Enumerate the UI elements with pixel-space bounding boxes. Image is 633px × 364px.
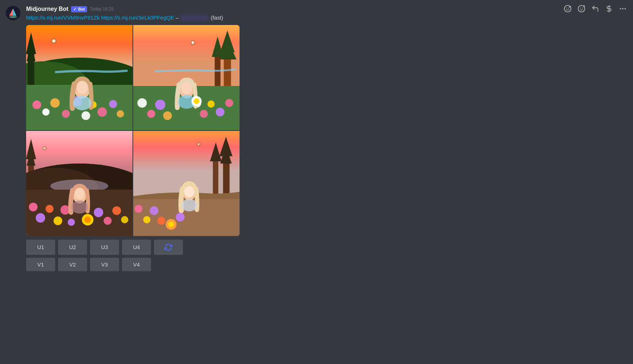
more-options-icon[interactable] xyxy=(618,4,627,13)
svg-point-57 xyxy=(225,99,233,107)
svg-point-7 xyxy=(582,8,583,8)
buttons-row-1: U1 U2 U3 U4 xyxy=(26,240,627,255)
svg-line-9 xyxy=(584,6,584,7)
svg-point-78 xyxy=(68,219,75,226)
svg-point-81 xyxy=(94,208,103,217)
svg-point-55 xyxy=(208,100,215,108)
svg-point-99 xyxy=(150,206,159,215)
v4-button[interactable]: V4 xyxy=(122,258,151,271)
svg-point-84 xyxy=(121,216,128,223)
mention-blurred xyxy=(180,15,209,21)
u4-button[interactable]: U4 xyxy=(122,240,151,255)
svg-point-20 xyxy=(48,36,68,56)
message-links: https://s.mj.run/VVM9nvP81Zk https://s.m… xyxy=(26,14,627,22)
svg-point-102 xyxy=(168,222,174,227)
svg-point-1 xyxy=(566,8,567,8)
buttons-row-2: V1 V2 V3 V4 xyxy=(26,258,627,271)
svg-point-88 xyxy=(72,200,88,214)
image-panel-3 xyxy=(26,131,132,236)
u2-button[interactable]: U2 xyxy=(58,240,87,255)
svg-point-13 xyxy=(625,8,626,9)
link-2[interactable]: https://s.mj.run/3eLk0PFegQE xyxy=(101,15,174,21)
separator-dash: – xyxy=(176,15,179,21)
grid-cell-1[interactable] xyxy=(26,25,132,130)
svg-point-27 xyxy=(33,100,41,109)
svg-point-11 xyxy=(620,8,621,9)
svg-point-42 xyxy=(183,38,201,57)
svg-point-36 xyxy=(117,110,124,117)
u3-button[interactable]: U3 xyxy=(90,240,119,255)
svg-point-106 xyxy=(184,186,195,198)
svg-point-100 xyxy=(158,217,166,225)
svg-point-6 xyxy=(580,8,581,8)
svg-point-65 xyxy=(41,144,59,162)
u1-button[interactable]: U1 xyxy=(26,240,55,255)
svg-point-51 xyxy=(155,100,166,110)
svg-point-50 xyxy=(147,110,155,118)
svg-point-39 xyxy=(77,81,88,94)
reply-icon[interactable] xyxy=(591,4,600,13)
svg-point-103 xyxy=(176,213,185,222)
image-grid-container xyxy=(26,25,240,236)
svg-point-73 xyxy=(29,203,38,211)
image-panel-1 xyxy=(26,25,132,130)
message-content: Midjourney Bot ✓ Bot Today 16:25 https:/… xyxy=(26,6,627,274)
link-1[interactable]: https://s.mj.run/VVM9nvP81Zk xyxy=(26,15,100,21)
svg-point-18 xyxy=(9,16,17,18)
svg-point-60 xyxy=(181,82,192,94)
image-grid xyxy=(26,25,240,236)
v3-button[interactable]: V3 xyxy=(90,258,119,271)
svg-point-107 xyxy=(181,199,197,211)
svg-point-30 xyxy=(62,110,70,118)
wave-icon[interactable] xyxy=(577,4,586,13)
svg-point-34 xyxy=(98,107,107,117)
image-panel-4 xyxy=(133,131,240,236)
checkmark-icon: ✓ xyxy=(73,7,77,12)
v2-button[interactable]: V2 xyxy=(58,258,87,271)
add-reaction-icon[interactable] xyxy=(563,4,572,13)
avatar[interactable] xyxy=(6,6,20,20)
mention xyxy=(180,15,209,21)
svg-point-75 xyxy=(46,205,54,213)
grid-cell-4[interactable] xyxy=(133,131,240,236)
svg-point-28 xyxy=(42,108,50,116)
message-area: Midjourney Bot ✓ Bot Today 16:25 https:/… xyxy=(0,0,633,364)
username: Midjourney Bot xyxy=(26,6,68,12)
svg-point-52 xyxy=(163,111,172,120)
svg-point-83 xyxy=(113,206,121,215)
message-row: Midjourney Bot ✓ Bot Today 16:25 https:/… xyxy=(6,6,627,274)
grid-cell-3[interactable] xyxy=(26,131,132,236)
svg-point-98 xyxy=(143,216,151,223)
svg-point-54 xyxy=(200,110,208,118)
svg-point-56 xyxy=(216,108,225,116)
svg-point-29 xyxy=(50,98,60,108)
fast-label: (fast) xyxy=(211,15,223,21)
refresh-button[interactable] xyxy=(154,240,183,255)
svg-point-74 xyxy=(36,213,45,223)
svg-point-40 xyxy=(73,96,91,110)
svg-point-35 xyxy=(109,100,117,108)
svg-point-90 xyxy=(188,141,206,158)
svg-point-87 xyxy=(75,188,85,199)
svg-point-32 xyxy=(82,111,90,120)
grid-cell-2[interactable] xyxy=(133,25,240,130)
hashtag-pin-icon[interactable] xyxy=(605,4,613,13)
timestamp: Today 16:25 xyxy=(90,7,114,12)
svg-point-82 xyxy=(104,217,112,225)
svg-point-63 xyxy=(194,98,200,104)
bot-badge: ✓ Bot xyxy=(71,6,87,12)
top-bar xyxy=(560,0,633,17)
svg-point-2 xyxy=(568,8,569,8)
v1-button[interactable]: V1 xyxy=(26,258,55,271)
svg-point-97 xyxy=(135,205,143,213)
bot-badge-label: Bot xyxy=(78,7,85,11)
svg-point-76 xyxy=(54,216,62,225)
svg-point-12 xyxy=(622,8,624,9)
refresh-icon xyxy=(164,243,172,251)
message-header: Midjourney Bot ✓ Bot Today 16:25 xyxy=(26,6,627,12)
image-panel-2 xyxy=(133,25,240,130)
svg-point-80 xyxy=(85,216,91,223)
svg-point-49 xyxy=(138,98,147,108)
